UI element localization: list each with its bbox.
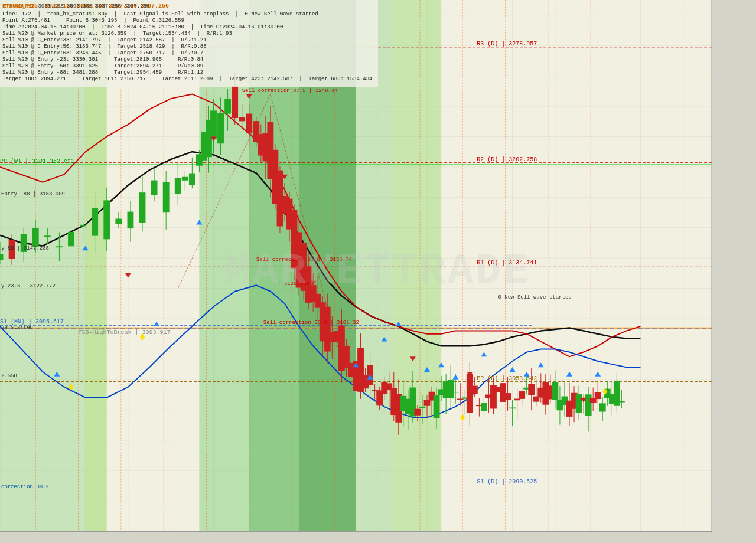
chart-container: MARKETTRADE ETHUSD,M15 3083.155 3093.333…: [0, 0, 756, 543]
chart-canvas: [0, 0, 756, 543]
time-scale: [0, 531, 712, 543]
price-scale: [712, 0, 756, 543]
